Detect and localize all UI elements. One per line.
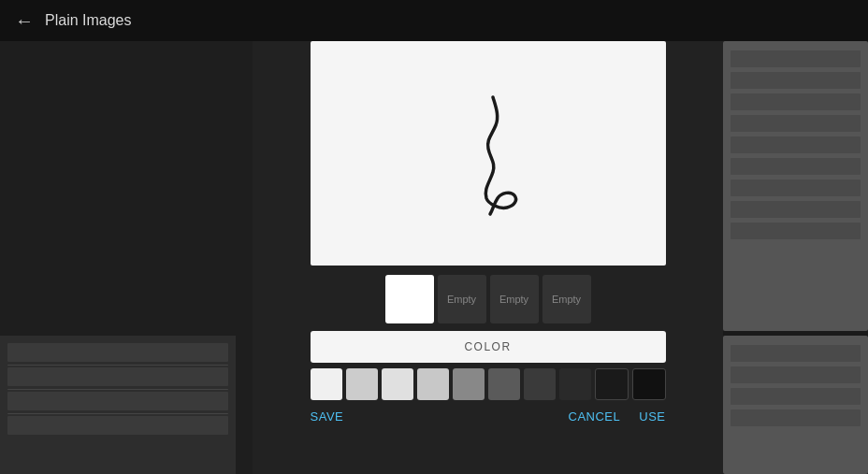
left-panel-bottom bbox=[0, 336, 236, 474]
main-modal: ▼ 1928 x 1200 Empty Empty Empty COLOR bbox=[253, 6, 723, 474]
thumbnail-3[interactable]: Empty bbox=[542, 275, 591, 323]
swatch-1[interactable] bbox=[346, 368, 378, 400]
right-panel-top bbox=[723, 41, 868, 331]
canvas-drawing bbox=[432, 88, 544, 219]
swatch-9[interactable] bbox=[632, 368, 666, 400]
page-title: Plain Images bbox=[45, 12, 132, 29]
swatch-8[interactable] bbox=[595, 368, 629, 400]
swatch-7[interactable] bbox=[559, 368, 591, 400]
top-bar: ← Plain Images bbox=[0, 0, 868, 41]
right-actions: CANCEL USE bbox=[569, 409, 666, 424]
canvas-area[interactable] bbox=[311, 41, 666, 266]
swatch-6[interactable] bbox=[524, 368, 556, 400]
thumbnail-strip: Empty Empty Empty bbox=[253, 266, 723, 329]
color-button[interactable]: COLOR bbox=[311, 331, 666, 363]
color-btn-row: COLOR bbox=[311, 331, 666, 363]
swatch-row bbox=[311, 368, 666, 400]
swatch-4[interactable] bbox=[453, 368, 485, 400]
back-button[interactable]: ← bbox=[15, 10, 34, 32]
thumb-label-2: Empty bbox=[499, 294, 528, 305]
thumb-label-3: Empty bbox=[552, 294, 581, 305]
swatch-2[interactable] bbox=[382, 368, 413, 400]
swatch-0[interactable] bbox=[311, 368, 342, 400]
save-button[interactable]: SAVE bbox=[311, 409, 344, 424]
use-button[interactable]: USE bbox=[639, 409, 665, 424]
bottom-actions: SAVE CANCEL USE bbox=[311, 406, 666, 427]
swatch-5[interactable] bbox=[488, 368, 520, 400]
thumb-label-1: Empty bbox=[447, 294, 476, 305]
right-panel-bottom bbox=[723, 336, 868, 474]
thumbnail-0[interactable] bbox=[385, 275, 434, 323]
thumbnail-2[interactable]: Empty bbox=[490, 275, 539, 323]
swatch-3[interactable] bbox=[417, 368, 449, 400]
cancel-button[interactable]: CANCEL bbox=[569, 409, 621, 424]
thumbnail-1[interactable]: Empty bbox=[438, 275, 486, 323]
